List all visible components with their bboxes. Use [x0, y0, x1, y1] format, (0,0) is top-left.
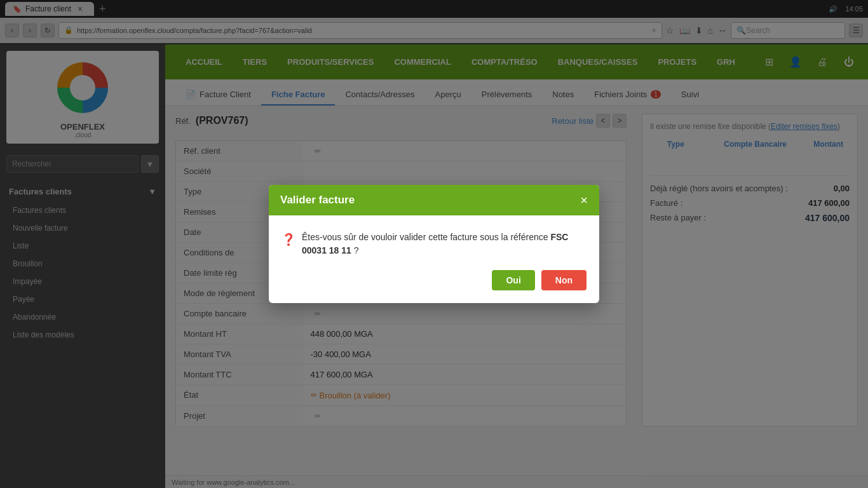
modal-overlay: Valider facture × ❓ Êtes-vous sûr de vou… — [0, 0, 868, 488]
modal-question: ❓ Êtes-vous sûr de vouloir valider cette… — [281, 231, 587, 257]
modal-footer: Oui Non — [269, 270, 599, 303]
question-icon: ❓ — [281, 231, 295, 248]
modal-question-text: Êtes-vous sûr de vouloir valider cette f… — [302, 231, 587, 257]
modal-dialog: Valider facture × ❓ Êtes-vous sûr de vou… — [269, 185, 599, 303]
modal-body: ❓ Êtes-vous sûr de vouloir valider cette… — [269, 215, 599, 270]
non-button[interactable]: Non — [541, 270, 587, 290]
modal-close-button[interactable]: × — [580, 194, 588, 207]
modal-title: Valider facture — [280, 194, 355, 207]
modal-question-pre: Êtes-vous sûr de vouloir valider cette f… — [302, 232, 548, 242]
modal-question-post: ? — [354, 245, 359, 255]
modal-header: Valider facture × — [269, 185, 599, 215]
oui-button[interactable]: Oui — [492, 270, 534, 290]
